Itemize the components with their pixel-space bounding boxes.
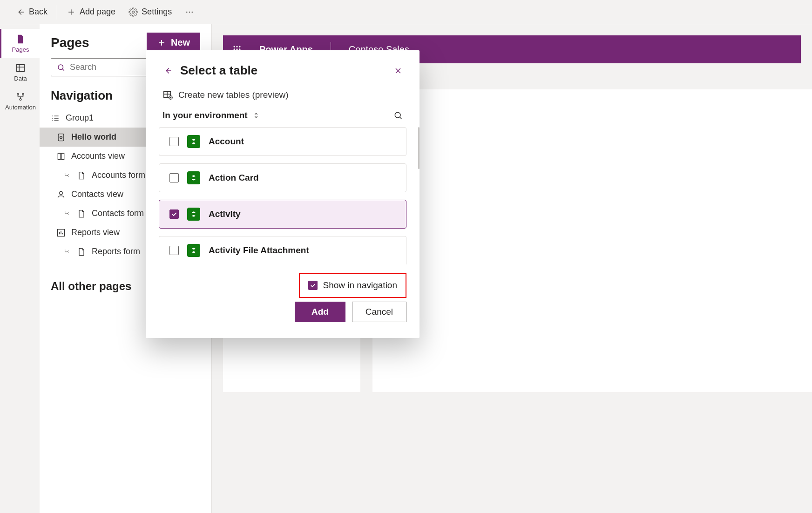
env-label: In your environment	[162, 110, 248, 121]
svg-rect-4	[17, 64, 25, 71]
custom-page-icon	[56, 133, 66, 142]
create-new-tables-button[interactable]: Create new tables (preview)	[146, 86, 420, 110]
create-new-label: Create new tables (preview)	[178, 90, 289, 100]
svg-point-5	[17, 93, 19, 95]
nav-reports-form-label: Reports form	[92, 247, 140, 256]
plus-icon	[67, 7, 76, 17]
svg-point-6	[22, 93, 24, 95]
close-icon[interactable]	[393, 66, 403, 75]
rail-data-label: Data	[14, 75, 27, 82]
dataverse-icon	[187, 171, 200, 184]
nav-group1-label: Group1	[66, 113, 94, 123]
dataverse-icon	[187, 244, 200, 257]
rail-pages-label: Pages	[12, 46, 29, 53]
svg-rect-9	[58, 134, 64, 141]
svg-point-26	[395, 112, 400, 118]
plus-icon	[157, 38, 166, 47]
pages-title: Pages	[51, 35, 89, 50]
checkbox[interactable]	[169, 137, 179, 146]
new-label: New	[171, 37, 190, 48]
contacts-icon	[56, 190, 66, 199]
subitem-icon	[64, 172, 71, 179]
add-page-label: Add page	[80, 7, 115, 17]
back-arrow-icon[interactable]	[162, 66, 173, 76]
data-icon	[15, 63, 26, 73]
footer-buttons: Add Cancel	[295, 302, 406, 322]
form-icon	[77, 247, 86, 256]
dialog-footer: Show in navigation Add Cancel	[146, 264, 420, 322]
dialog-header: Select a table	[146, 63, 420, 86]
environment-row: In your environment	[146, 110, 420, 127]
nav-contacts-form-label: Contacts form	[92, 209, 144, 218]
chart-icon	[56, 228, 66, 237]
svg-point-15	[234, 46, 235, 47]
back-label: Back	[29, 7, 47, 17]
rail-automation[interactable]: Automation	[0, 87, 40, 115]
ellipsis-icon	[185, 7, 194, 17]
table-row-activity-file[interactable]: Activity File Attachment	[159, 236, 406, 264]
subitem-icon	[64, 210, 71, 217]
nav-reports-view-label: Reports view	[71, 228, 120, 237]
table-name: Activity File Attachment	[209, 245, 309, 256]
back-arrow-icon	[15, 7, 25, 17]
svg-point-17	[239, 46, 240, 47]
top-command-bar: Back Add page Settings	[0, 0, 812, 24]
table-row-account[interactable]: Account	[159, 127, 406, 156]
form-icon	[77, 209, 86, 218]
dataverse-icon	[187, 135, 200, 148]
settings-button[interactable]: Settings	[123, 3, 177, 20]
more-button[interactable]	[179, 4, 200, 20]
checkbox[interactable]	[169, 173, 179, 182]
env-left[interactable]: In your environment	[162, 110, 260, 121]
table-name: Account	[209, 136, 244, 147]
new-page-button[interactable]: New	[147, 33, 200, 53]
table-name: Activity	[209, 209, 241, 219]
cancel-button[interactable]: Cancel	[352, 302, 406, 322]
select-table-dialog: Select a table Create new tables (previe…	[146, 50, 420, 338]
nav-accounts-view-label: Accounts view	[71, 151, 125, 161]
table-row-action-card[interactable]: Action Card	[159, 163, 406, 192]
canvas-content-placeholder	[372, 89, 812, 392]
show-in-navigation-option[interactable]: Show in navigation	[299, 273, 407, 298]
rail-pages[interactable]: Pages	[0, 29, 40, 58]
nav-contacts-view-label: Contacts view	[71, 189, 123, 199]
checkbox-checked[interactable]	[308, 281, 318, 290]
svg-point-7	[20, 98, 21, 100]
nav-hello-label: Hello world	[71, 132, 116, 142]
svg-rect-11	[58, 153, 61, 159]
nav-accounts-form-label: Accounts form	[92, 170, 145, 180]
table-row-activity[interactable]: Activity	[159, 200, 406, 229]
divider	[57, 5, 57, 20]
add-page-button[interactable]: Add page	[61, 3, 121, 20]
svg-point-3	[192, 11, 193, 13]
gear-icon	[129, 7, 138, 17]
svg-rect-12	[61, 153, 64, 159]
checkbox[interactable]	[169, 246, 179, 255]
back-button[interactable]: Back	[9, 3, 53, 21]
svg-point-1	[186, 11, 188, 13]
rail-automation-label: Automation	[5, 104, 36, 111]
settings-label: Settings	[142, 7, 172, 17]
svg-point-16	[236, 46, 237, 47]
sort-icon[interactable]	[252, 112, 260, 119]
svg-point-2	[189, 11, 190, 13]
rail-data[interactable]: Data	[0, 58, 40, 87]
automation-icon	[15, 92, 26, 102]
list-icon	[51, 114, 60, 123]
table-plus-icon	[162, 90, 173, 100]
show-nav-label: Show in navigation	[323, 280, 398, 290]
svg-point-0	[132, 11, 135, 13]
view-icon	[56, 152, 66, 161]
dataverse-icon	[187, 208, 200, 221]
svg-point-8	[58, 65, 63, 70]
left-rail: Pages Data Automation	[0, 24, 40, 513]
checkbox-checked[interactable]	[169, 209, 179, 219]
add-button[interactable]: Add	[295, 302, 345, 322]
page-icon	[15, 34, 26, 44]
search-icon[interactable]	[393, 111, 403, 120]
table-list[interactable]: Account Action Card Activity Activity Fi…	[146, 127, 420, 264]
subitem-icon	[64, 248, 71, 256]
search-icon	[57, 63, 65, 72]
form-icon	[77, 171, 86, 180]
table-name: Action Card	[209, 173, 259, 183]
